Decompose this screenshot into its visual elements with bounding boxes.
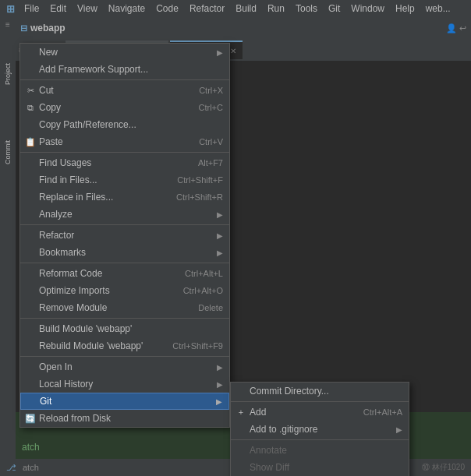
menu-tools[interactable]: Tools <box>291 2 322 16</box>
menu-window[interactable]: Window <box>346 2 389 16</box>
git-item-gitignore[interactable]: Add to .gitignore ▶ <box>231 421 409 438</box>
copy-icon: ⧉ <box>25 102 36 113</box>
project-panel-label[interactable]: Project <box>0 39 16 109</box>
menu-item-analyze[interactable]: Analyze ▶ <box>20 206 229 223</box>
menu-item-build[interactable]: Build Module 'webapp' <box>20 320 229 337</box>
arrow-icon-new: ▶ <box>217 48 223 57</box>
menu-help[interactable]: Help <box>391 2 420 16</box>
project-name: webapp <box>30 23 66 33</box>
menu-item-remove-module[interactable]: Remove Module Delete <box>20 299 229 316</box>
menu-item-copy-path[interactable]: Copy Path/Reference... <box>20 116 229 133</box>
status-text: atch <box>23 463 39 472</box>
git-submenu: Commit Directory... + Add Ctrl+Alt+A Add… <box>230 382 409 476</box>
menu-build[interactable]: Build <box>231 2 261 16</box>
git-item-commit-dir[interactable]: Commit Directory... <box>231 383 409 400</box>
menu-item-replace-files[interactable]: Replace in Files... Ctrl+Shift+R <box>20 189 229 206</box>
menu-item-git[interactable]: Git ▶ <box>20 393 229 410</box>
menu-item-local-history[interactable]: Local History ▶ <box>20 376 229 393</box>
menu-item-find-files[interactable]: Find in Files... Ctrl+Shift+F <box>20 171 229 189</box>
menu-git[interactable]: Git <box>324 2 345 16</box>
menu-web[interactable]: web... <box>421 2 455 16</box>
project-icon: ⊟ <box>20 23 27 33</box>
arrow-icon-refactor: ▶ <box>217 231 223 240</box>
menu-item-paste[interactable]: 📋 Paste Ctrl+V <box>20 133 229 150</box>
toolbar-btn-1[interactable]: ≡ <box>5 20 10 29</box>
menu-view[interactable]: View <box>73 2 102 16</box>
tab-close-2[interactable]: ✕ <box>230 47 236 55</box>
project-toolbar: ⊟ webapp 👤 ↩ <box>16 17 471 39</box>
commit-label-text: Commit <box>4 140 12 164</box>
arrow-icon-git: ▶ <box>216 397 222 406</box>
project-label-text: Project <box>4 63 12 85</box>
cut-icon: ✂ <box>25 85 36 96</box>
menu-run[interactable]: Run <box>263 2 289 16</box>
menu-item-new[interactable]: New ▶ <box>20 44 229 61</box>
menu-item-refactor[interactable]: Refactor ▶ <box>20 227 229 244</box>
arrow-icon-analyze: ▶ <box>217 210 223 219</box>
menu-file[interactable]: File <box>19 2 44 16</box>
git-branch-icon: ⎇ <box>6 463 16 473</box>
add-icon: + <box>236 407 246 418</box>
menu-item-reload[interactable]: 🔄 Reload from Disk <box>20 410 229 427</box>
watermark: ⑩ 林仔1020 <box>422 462 465 473</box>
separator-5 <box>20 318 229 319</box>
git-separator-1 <box>231 401 409 402</box>
menu-item-open-in[interactable]: Open In ▶ <box>20 358 229 376</box>
arrow-icon-bookmarks: ▶ <box>217 249 223 257</box>
menu-refactor[interactable]: Refactor <box>185 2 229 16</box>
git-item-annotate: Annotate <box>231 442 409 459</box>
git-item-show-diff: Show Diff <box>231 459 409 476</box>
git-item-add[interactable]: + Add Ctrl+Alt+A <box>231 404 409 421</box>
menu-item-rebuild[interactable]: Rebuild Module 'webapp' Ctrl+Shift+F9 <box>20 337 229 354</box>
separator-6 <box>20 356 229 357</box>
menu-edit[interactable]: Edit <box>45 2 71 16</box>
arrow-icon-gitignore: ▶ <box>396 425 402 434</box>
menu-item-bookmarks[interactable]: Bookmarks ▶ <box>20 244 229 261</box>
arrow-icon-local-history: ▶ <box>217 380 223 389</box>
separator-2 <box>20 152 229 153</box>
menu-bar: ⊞ File Edit View Navigate Code Refactor … <box>0 0 471 17</box>
git-separator-2 <box>231 439 409 440</box>
menu-item-find-usages[interactable]: Find Usages Alt+F7 <box>20 154 229 171</box>
ide-logo: ⊞ <box>6 3 15 15</box>
separator-3 <box>20 224 229 225</box>
menu-item-framework[interactable]: Add Framework Support... <box>20 61 229 78</box>
paste-icon: 📋 <box>25 136 36 147</box>
reload-icon: 🔄 <box>25 413 36 424</box>
bottom-status-text: atch <box>22 442 40 453</box>
menu-navigate[interactable]: Navigate <box>104 2 150 16</box>
menu-item-cut[interactable]: ✂ Cut Ctrl+X <box>20 82 229 99</box>
menu-code[interactable]: Code <box>151 2 183 16</box>
context-menu-main: New ▶ Add Framework Support... ✂ Cut Ctr… <box>19 43 230 428</box>
menu-item-reformat[interactable]: Reformat Code Ctrl+Alt+L <box>20 265 229 282</box>
menu-item-copy[interactable]: ⧉ Copy Ctrl+C <box>20 99 229 116</box>
arrow-icon-open-in: ▶ <box>217 363 223 372</box>
menu-item-optimize[interactable]: Optimize Imports Ctrl+Alt+O <box>20 282 229 299</box>
toolbar-actions: 👤 ↩ <box>446 23 466 33</box>
separator-4 <box>20 263 229 263</box>
commit-panel-label[interactable]: Commit <box>0 125 16 179</box>
separator-1 <box>20 79 229 80</box>
